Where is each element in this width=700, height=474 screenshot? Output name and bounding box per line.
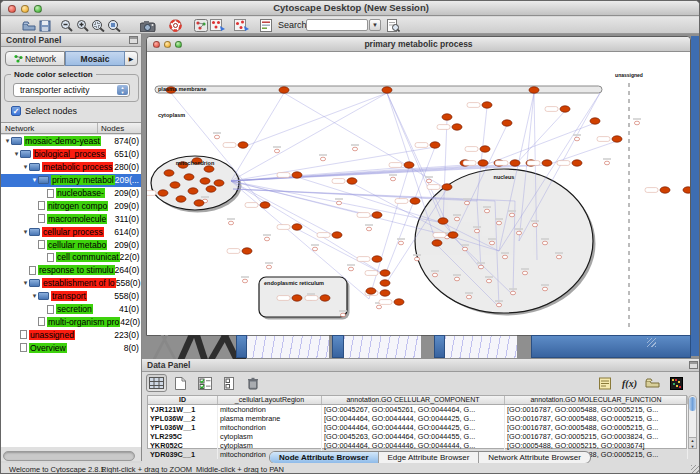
control-panel-float-icon[interactable]: [129, 36, 138, 44]
import-attributes-icon[interactable]: [642, 374, 663, 392]
network-node[interactable]: [336, 201, 341, 205]
network-node[interactable]: [352, 147, 357, 151]
search-input[interactable]: [306, 19, 368, 31]
network-node-selected[interactable]: [204, 166, 214, 172]
network-edge[interactable]: [515, 111, 565, 165]
network-node[interactable]: [509, 213, 514, 217]
network-node-selected[interactable]: [542, 160, 552, 166]
network-edge[interactable]: [231, 167, 409, 181]
network-node-selected[interactable]: [480, 146, 490, 152]
network-node-selected[interactable]: [438, 218, 448, 224]
zoom-out-icon[interactable]: [58, 18, 74, 33]
network-node[interactable]: [398, 241, 403, 245]
network-node-selected[interactable]: [242, 248, 252, 254]
search-apply-icon[interactable]: [385, 18, 401, 33]
network-node[interactable]: [454, 217, 459, 221]
network-node[interactable]: [264, 237, 269, 241]
network-node-selected[interactable]: [238, 142, 248, 148]
tree-row[interactable]: cellular metabo209(0): [1, 238, 141, 251]
save-session-icon[interactable]: [37, 18, 53, 33]
tree-row[interactable]: secretion41(0): [1, 303, 141, 316]
network-node[interactable]: [556, 255, 561, 259]
col-go-cellular-component[interactable]: annotation.GO CELLULAR_COMPONENT: [322, 396, 505, 404]
window-resize-grip-icon[interactable]: [691, 465, 700, 474]
tree-row[interactable]: nitrogen compo209(0): [1, 199, 141, 212]
apply-layout-1-icon[interactable]: [210, 18, 226, 33]
tree-row[interactable]: response to stimulu264(0): [1, 264, 141, 277]
network-node-selected[interactable]: [478, 160, 488, 166]
network-node-selected[interactable]: [194, 200, 204, 206]
network-node-selected[interactable]: [394, 299, 404, 305]
node-color-dropdown[interactable]: transporter activity ▲▼: [13, 83, 130, 97]
network-node-selected[interactable]: [382, 87, 392, 93]
tree-row[interactable]: ▾primary metabol209(...: [1, 174, 141, 187]
unselect-attributes-icon[interactable]: [218, 374, 239, 392]
network-node-selected[interactable]: [448, 232, 458, 238]
new-attribute-icon[interactable]: [170, 374, 191, 392]
network-node-selected[interactable]: [660, 187, 670, 193]
network-node[interactable]: [454, 277, 459, 281]
network-node-selected[interactable]: [260, 202, 270, 208]
network-node-selected[interactable]: [510, 160, 520, 166]
help-icon[interactable]: [167, 18, 183, 33]
network-node[interactable]: [532, 223, 537, 227]
network-node-selected[interactable]: [410, 198, 420, 204]
tree-row[interactable]: ▾biological_process651(0): [1, 148, 141, 161]
network-node[interactable]: [320, 157, 325, 161]
network-node[interactable]: [376, 305, 381, 309]
network-node-selected[interactable]: [442, 184, 452, 190]
network-node[interactable]: [489, 241, 494, 245]
network-view-window[interactable]: primary metabolic process plasma membran…: [146, 36, 691, 336]
network-node-selected[interactable]: [214, 180, 224, 186]
network-node[interactable]: [242, 279, 247, 283]
tree-row[interactable]: cell communicat22(0): [1, 251, 141, 264]
col-go-molecular-function[interactable]: annotation.GO MOLECULAR_FUNCTION: [505, 396, 688, 404]
network-overview-icon[interactable]: [193, 18, 209, 33]
network-node[interactable]: [464, 201, 469, 205]
network-node-selected[interactable]: [188, 188, 198, 194]
network-node[interactable]: [604, 161, 609, 165]
network-node-selected[interactable]: [292, 172, 302, 178]
network-node-selected[interactable]: [279, 87, 289, 93]
network-node-selected[interactable]: [347, 178, 357, 184]
col-cellular-layout-region[interactable]: _cellularLayoutRegion: [218, 396, 322, 404]
annotations-icon[interactable]: [258, 18, 274, 33]
network-node-selected[interactable]: [529, 87, 539, 93]
network-node[interactable]: [496, 303, 501, 307]
network-node-selected[interactable]: [164, 170, 174, 176]
network-node-selected[interactable]: [372, 256, 382, 262]
network-node[interactable]: [414, 257, 419, 261]
network-node[interactable]: [510, 291, 515, 295]
table-row[interactable]: YJR121W__1mitochondrion[GO:0045267, GO:0…: [148, 405, 686, 414]
network-node[interactable]: [478, 265, 483, 269]
network-node-selected[interactable]: [380, 280, 390, 286]
formula-builder-icon[interactable]: f(x): [618, 374, 639, 392]
tree-row[interactable]: Overview8(0): [1, 341, 141, 354]
network-node-selected[interactable]: [206, 186, 216, 192]
tab-edge-attribute-browser[interactable]: Edge Attribute Browser: [379, 452, 480, 463]
network-node-selected[interactable]: [332, 232, 342, 238]
network-node[interactable]: [542, 241, 547, 245]
delete-attribute-icon[interactable]: [242, 374, 263, 392]
network-node[interactable]: [516, 231, 521, 235]
network-node-selected[interactable]: [452, 124, 462, 130]
apply-layout-2-icon[interactable]: [234, 18, 250, 33]
network-node[interactable]: [390, 177, 395, 181]
tab-network-attribute-browser[interactable]: Network Attribute Browser: [479, 452, 589, 463]
network-node[interactable]: [312, 247, 317, 251]
network-node-selected[interactable]: [683, 187, 690, 193]
network-node-selected[interactable]: [380, 270, 390, 276]
tab-network[interactable]: Network: [5, 51, 65, 66]
tree-row[interactable]: macromolecule311(0): [1, 212, 141, 225]
network-node[interactable]: [432, 273, 437, 277]
network-node[interactable]: [228, 221, 233, 225]
search-dropdown-arrow[interactable]: ▼: [369, 19, 381, 31]
network-node-selected[interactable]: [560, 106, 570, 112]
network-node[interactable]: [426, 179, 431, 183]
table-row[interactable]: YPL036W__2plasma membrane[GO:0044464, GO…: [148, 414, 686, 423]
network-edge[interactable]: [231, 93, 284, 181]
tab-mosaic[interactable]: Mosaic: [65, 51, 125, 66]
tree-row[interactable]: unassigned223(0): [1, 328, 141, 341]
zoom-selected-region-icon[interactable]: [90, 18, 106, 33]
network-node-selected[interactable]: [292, 295, 302, 301]
